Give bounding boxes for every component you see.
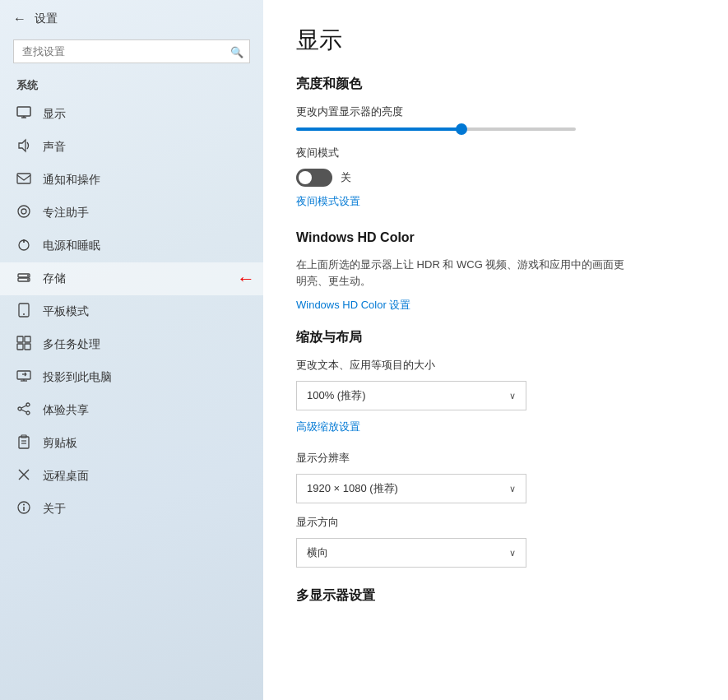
brightness-slider-thumb[interactable] [456, 123, 467, 135]
storage-arrow-indicator: ← [237, 268, 255, 290]
sidebar-item-clipboard-label: 剪贴板 [43, 436, 77, 451]
sidebar-item-notifications[interactable]: 通知和操作 [0, 164, 263, 197]
night-mode-section: 夜间模式 关 夜间模式设置 [296, 146, 695, 225]
brightness-slider-label: 更改内置显示器的亮度 [296, 104, 695, 119]
sidebar-item-share[interactable]: 体验共享 [0, 394, 263, 427]
svg-rect-17 [17, 344, 23, 350]
back-arrow-icon: ← [13, 12, 26, 26]
scale-layout-section: 缩放与布局 更改文本、应用等项目的大小 100% (推荐) ∨ 高级缩放设置 显… [296, 329, 695, 568]
sidebar-item-multitask[interactable]: 多任务处理 [0, 328, 263, 361]
svg-point-12 [27, 279, 29, 280]
resolution-dropdown[interactable]: 1920 × 1080 (推荐) ∨ [296, 474, 526, 503]
display-icon [16, 105, 31, 123]
sidebar-item-focus[interactable]: 专注助手 [0, 197, 263, 229]
svg-rect-16 [25, 336, 30, 342]
share-icon [16, 401, 31, 420]
sidebar-item-power-label: 电源和睡眠 [43, 239, 100, 253]
sidebar-item-sound-label: 声音 [43, 140, 66, 155]
svg-rect-30 [19, 437, 29, 448]
sidebar-item-notifications-label: 通知和操作 [43, 173, 100, 188]
about-icon [16, 500, 31, 518]
svg-rect-0 [17, 107, 30, 116]
scale-layout-title: 缩放与布局 [296, 329, 695, 346]
sidebar-item-clipboard[interactable]: 剪贴板 [0, 427, 263, 460]
scale-dropdown-chevron: ∨ [509, 391, 516, 401]
sidebar-item-about-label: 关于 [43, 502, 66, 517]
hd-color-title: Windows HD Color [296, 230, 695, 245]
sidebar: ← 设置 🔍 系统 显示 声音 通知和操作 专注助手 电源和睡眠 [0, 0, 263, 700]
brightness-slider-track[interactable] [296, 127, 576, 131]
project-icon [16, 369, 31, 387]
svg-point-26 [18, 407, 21, 410]
svg-rect-4 [17, 174, 30, 183]
focus-icon [16, 204, 31, 222]
system-section-label: 系统 [0, 73, 263, 98]
sidebar-item-tablet[interactable]: 平板模式 [0, 295, 263, 328]
sidebar-item-tablet-label: 平板模式 [43, 304, 89, 319]
sidebar-item-share-label: 体验共享 [43, 403, 89, 418]
hd-color-desc: 在上面所选的显示器上让 HDR 和 WCG 视频、游戏和应用中的画面更明亮、更生… [296, 257, 625, 289]
notifications-icon [16, 171, 31, 189]
night-mode-settings-link[interactable]: 夜间模式设置 [296, 194, 360, 209]
svg-point-5 [18, 206, 30, 217]
resolution-dropdown-value: 1920 × 1080 (推荐) [307, 481, 398, 496]
orientation-dropdown-value: 横向 [307, 545, 328, 560]
scale-label: 更改文本、应用等项目的大小 [296, 358, 695, 373]
sidebar-item-sound[interactable]: 声音 [0, 131, 263, 164]
svg-point-14 [23, 313, 25, 315]
power-icon [16, 237, 31, 255]
night-mode-toggle[interactable] [296, 169, 332, 187]
storage-icon [16, 270, 31, 288]
multitask-icon [16, 336, 31, 354]
scale-dropdown-value: 100% (推荐) [307, 388, 366, 403]
advanced-scale-link[interactable]: 高级缩放设置 [296, 420, 360, 434]
sidebar-item-project[interactable]: 投影到此电脑 [0, 361, 263, 394]
svg-marker-3 [19, 140, 26, 151]
hd-color-section: Windows HD Color 在上面所选的显示器上让 HDR 和 WCG 视… [296, 230, 695, 329]
svg-line-29 [21, 410, 26, 412]
sidebar-item-storage-label: 存储 [43, 271, 66, 286]
resolution-label: 显示分辨率 [296, 451, 695, 466]
orientation-label: 显示方向 [296, 515, 695, 530]
toggle-knob [299, 171, 312, 184]
multi-display-title: 多显示器设置 [296, 587, 695, 605]
resolution-dropdown-chevron: ∨ [509, 484, 516, 494]
svg-rect-15 [17, 336, 23, 342]
brightness-section: 亮度和颜色 更改内置显示器的亮度 [296, 76, 695, 131]
svg-point-27 [26, 411, 30, 415]
svg-point-38 [23, 504, 25, 506]
remote-icon [16, 467, 31, 485]
night-mode-toggle-row: 关 [296, 169, 695, 187]
sidebar-item-power[interactable]: 电源和睡眠 [0, 229, 263, 262]
sidebar-item-remote-label: 远程桌面 [43, 469, 89, 484]
night-mode-status: 关 [341, 170, 351, 185]
sidebar-item-display[interactable]: 显示 [0, 98, 263, 131]
svg-rect-19 [17, 371, 30, 379]
svg-point-6 [21, 209, 26, 214]
search-box: 🔍 [13, 39, 250, 63]
brightness-slider-container [296, 127, 695, 131]
search-icon: 🔍 [230, 45, 243, 58]
back-label: 设置 [35, 12, 58, 26]
orientation-dropdown[interactable]: 横向 ∨ [296, 538, 526, 568]
clipboard-icon [16, 434, 31, 452]
sound-icon [16, 138, 31, 156]
sidebar-item-focus-label: 专注助手 [43, 206, 89, 220]
sidebar-item-remote[interactable]: 远程桌面 [0, 460, 263, 493]
svg-line-28 [21, 406, 26, 408]
night-mode-label: 夜间模式 [296, 146, 695, 160]
sidebar-item-display-label: 显示 [43, 107, 66, 122]
sidebar-item-about[interactable]: 关于 [0, 493, 263, 526]
hd-color-link[interactable]: Windows HD Color 设置 [296, 298, 410, 313]
svg-point-25 [26, 403, 30, 406]
svg-rect-18 [25, 344, 30, 350]
search-input[interactable] [13, 39, 250, 63]
page-title: 显示 [296, 25, 695, 56]
sidebar-item-multitask-label: 多任务处理 [43, 337, 100, 352]
brightness-title: 亮度和颜色 [296, 76, 695, 93]
sidebar-item-project-label: 投影到此电脑 [43, 370, 112, 385]
back-button[interactable]: ← 设置 [0, 0, 263, 36]
sidebar-item-storage[interactable]: 存储 ← [0, 262, 263, 295]
tablet-icon [16, 303, 31, 321]
scale-dropdown[interactable]: 100% (推荐) ∨ [296, 381, 526, 410]
